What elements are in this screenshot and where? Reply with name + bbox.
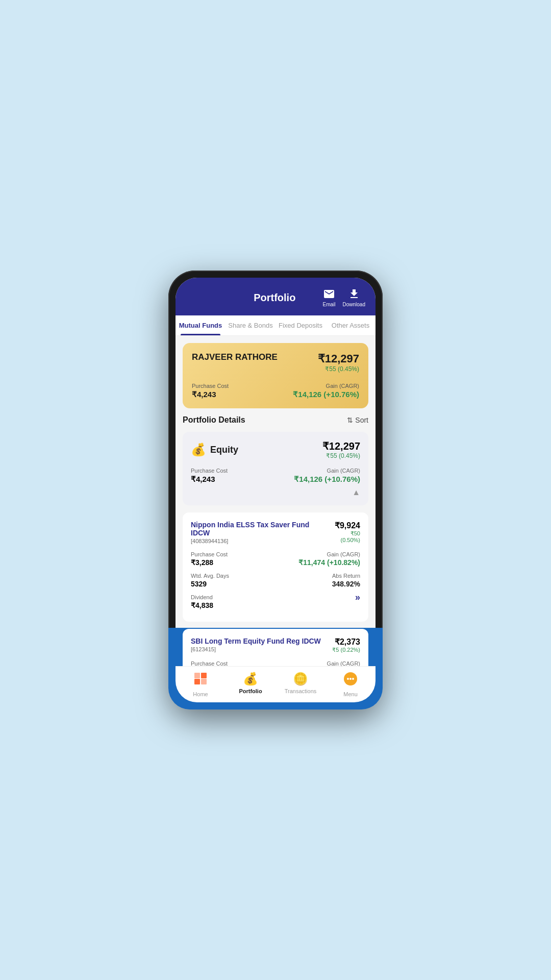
- sort-label: Sort: [355, 416, 368, 424]
- gain-section: Gain (CAGR) ₹14,126 (+10.76%): [293, 381, 359, 399]
- portfolio-change: ₹55 (0.45%): [318, 365, 359, 373]
- equity-cost-label: Purchase Cost: [191, 468, 228, 474]
- portfolio-value: ₹12,297 ₹55 (0.45%): [318, 352, 359, 373]
- fund-name-nippon: Nippon India ELSS Tax Saver Fund IDCW: [191, 521, 326, 537]
- sort-icon: ⇅: [347, 416, 353, 424]
- equity-label-text: Equity: [210, 445, 238, 455]
- svg-rect-1: [201, 679, 207, 684]
- equity-gain-value: ₹14,126 (+10.76%): [294, 475, 360, 484]
- home-icon: [193, 672, 208, 689]
- nav-portfolio[interactable]: 💰 Portfolio: [226, 667, 276, 702]
- fund-id-sbi: [6123415]: [191, 646, 325, 652]
- email-button[interactable]: Email: [323, 288, 336, 307]
- nav-transactions[interactable]: 🪙 Transactions: [276, 667, 325, 702]
- email-icon: [323, 288, 335, 300]
- svg-point-6: [349, 678, 352, 680]
- fund-wtd-avg-nippon: Wtd. Avg. Days 5329: [191, 571, 229, 588]
- equity-icon: 💰: [191, 443, 206, 457]
- equity-gain: Gain (CAGR) ₹14,126 (+10.76%): [294, 465, 360, 484]
- portfolio-card: RAJVEER RATHORE ₹12,297 ₹55 (0.45%) Purc…: [183, 343, 368, 408]
- equity-value: ₹12,297 ₹55 (0.45%): [322, 440, 360, 459]
- fund-gain-nippon: Gain (CAGR) ₹11,474 (+10.82%): [298, 549, 360, 567]
- download-label: Download: [343, 302, 365, 307]
- tab-fixed-deposits[interactable]: Fixed Deposits: [276, 315, 325, 335]
- portfolio-details-title: Portfolio Details: [183, 415, 245, 425]
- fund-purchase-cost-nippon: Purchase Cost ₹3,288: [191, 549, 228, 567]
- header: Portfolio Email Download: [176, 278, 375, 315]
- svg-rect-2: [194, 673, 200, 678]
- gain-label: Gain (CAGR): [326, 383, 359, 389]
- transactions-icon: 🪙: [293, 672, 308, 686]
- nav-menu-label: Menu: [343, 691, 358, 697]
- fund-name-sbi: SBI Long Term Equity Fund Reg IDCW: [191, 637, 321, 645]
- menu-icon: [343, 672, 358, 689]
- fund-row-1-sbi: Purchase Cost ₹955 Gain (CAGR) ₹2,652 (+…: [191, 658, 360, 666]
- portfolio-icon: 💰: [243, 672, 258, 686]
- purchase-cost-section: Purchase Cost ₹4,243: [192, 381, 229, 399]
- purchase-cost-value: ₹4,243: [192, 390, 229, 399]
- svg-rect-0: [194, 679, 200, 684]
- equity-card: 💰 Equity ₹12,297 ₹55 (0.45%) Purchase Co…: [183, 432, 368, 505]
- nav-home[interactable]: Home: [176, 667, 226, 702]
- nav-menu[interactable]: Menu: [325, 667, 375, 702]
- equity-change: ₹55 (0.45%): [322, 452, 360, 459]
- equity-cost-value: ₹4,243: [191, 475, 228, 484]
- email-label: Email: [323, 302, 336, 307]
- svg-point-7: [352, 678, 354, 680]
- fund-purchase-cost-sbi: Purchase Cost ₹955: [191, 658, 228, 666]
- fund-expand-nippon[interactable]: »: [355, 592, 360, 609]
- fund-abs-return-nippon: Abs Return 348.92%: [332, 571, 360, 588]
- fund-value-sbi: ₹2,373 ₹5 (0.22%): [332, 637, 360, 653]
- bottom-nav: Home 💰 Portfolio 🪙 Transactions: [176, 666, 375, 702]
- header-actions: Email Download: [323, 288, 366, 307]
- fund-change-sbi: ₹5 (0.22%): [332, 647, 360, 653]
- user-name: RAJVEER RATHORE: [192, 352, 278, 362]
- fund-row-2-nippon: Wtd. Avg. Days 5329 Abs Return 348.92%: [191, 571, 360, 588]
- page-title: Portfolio: [227, 292, 323, 304]
- fund-dividend-nippon: Dividend ₹4,838: [191, 592, 213, 609]
- fund-amount-sbi: ₹2,373: [332, 637, 360, 647]
- tab-other-assets[interactable]: Other Assets: [325, 315, 375, 335]
- fund-value-nippon: ₹9,924 ₹50 (0.50%): [330, 521, 360, 543]
- nav-home-label: Home: [193, 691, 208, 697]
- fund-amount-nippon: ₹9,924: [330, 521, 360, 530]
- fund-item-sbi: SBI Long Term Equity Fund Reg IDCW [6123…: [183, 629, 368, 666]
- equity-cost: Purchase Cost ₹4,243: [191, 465, 228, 484]
- download-button[interactable]: Download: [343, 288, 365, 307]
- portfolio-details-header: Portfolio Details ⇅ Sort: [183, 415, 368, 425]
- fund-row-1-nippon: Purchase Cost ₹3,288 Gain (CAGR) ₹11,474…: [191, 549, 360, 567]
- gain-value: ₹14,126 (+10.76%): [293, 390, 359, 399]
- fund-gain-sbi: Gain (CAGR) ₹2,652 (+10.52%): [303, 658, 360, 666]
- tab-share-bonds[interactable]: Share & Bonds: [226, 315, 276, 335]
- fund-id-nippon: [40838944136]: [191, 538, 330, 544]
- fund-item-nippon: Nippon India ELSS Tax Saver Fund IDCW [4…: [183, 512, 368, 622]
- fund-row-3-nippon: Dividend ₹4,838 »: [191, 592, 360, 609]
- fund-change-nippon: ₹50 (0.50%): [330, 530, 360, 543]
- download-icon: [348, 288, 360, 300]
- nav-portfolio-label: Portfolio: [239, 688, 262, 694]
- equity-gain-label: Gain (CAGR): [327, 468, 360, 474]
- svg-rect-3: [201, 673, 207, 678]
- tab-bar: Mutual Funds Share & Bonds Fixed Deposit…: [176, 315, 375, 336]
- purchase-cost-label: Purchase Cost: [192, 383, 229, 389]
- portfolio-amount: ₹12,297: [318, 352, 359, 365]
- sort-button[interactable]: ⇅ Sort: [347, 416, 368, 424]
- main-content: RAJVEER RATHORE ₹12,297 ₹55 (0.45%) Purc…: [176, 336, 375, 666]
- tab-mutual-funds[interactable]: Mutual Funds: [176, 315, 226, 335]
- collapse-button[interactable]: ▲: [191, 488, 360, 497]
- equity-amount: ₹12,297: [322, 440, 360, 452]
- nav-transactions-label: Transactions: [285, 688, 317, 694]
- svg-point-5: [347, 678, 349, 680]
